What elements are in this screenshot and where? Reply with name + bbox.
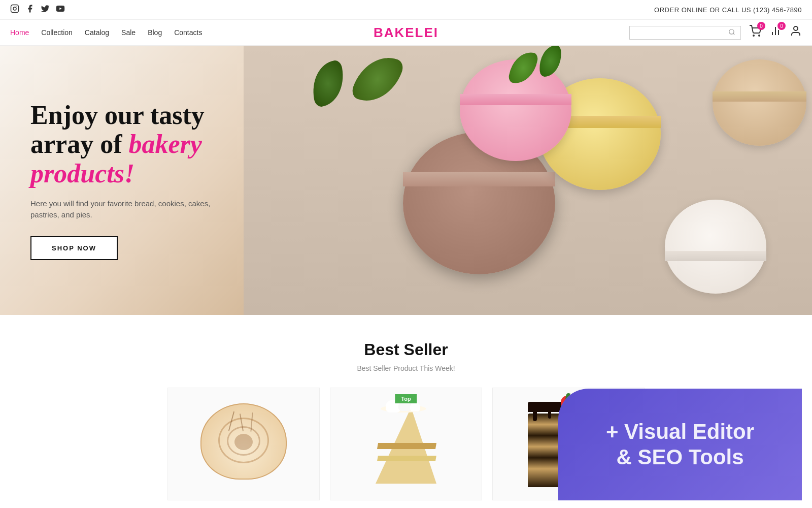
twitter-icon[interactable] [41, 4, 50, 15]
cart-badge: 0 [757, 22, 765, 30]
hero-title-line1: Enjoy our tasty [30, 101, 223, 130]
promo-banner: + Visual Editor & SEO Tools [558, 389, 802, 500]
nav-home[interactable]: Home [10, 28, 29, 37]
top-bar: ORDER ONLINE OR CALL US (123) 456-7890 [0, 0, 812, 20]
hero-background [244, 46, 812, 315]
svg-point-11 [794, 26, 798, 30]
promo-line2: & SEO Tools [606, 444, 754, 470]
nav-right: 0 0 [629, 25, 802, 40]
product-card-2[interactable]: Top [330, 388, 482, 500]
promo-text: + Visual Editor & SEO Tools [596, 409, 764, 481]
site-logo: BAKELEI [374, 25, 438, 41]
hero-title-line2: array of bakery [30, 130, 223, 158]
search-box[interactable] [629, 26, 741, 40]
shop-now-button[interactable]: SHOP NOW [30, 236, 118, 260]
product-card-1[interactable] [167, 388, 320, 500]
nav-sale[interactable]: Sale [121, 28, 136, 37]
svg-point-6 [753, 35, 754, 36]
svg-rect-0 [11, 5, 19, 13]
hero-content: Enjoy our tasty array of bakery products… [0, 80, 254, 280]
svg-point-2 [16, 6, 17, 7]
svg-point-1 [13, 7, 16, 10]
svg-point-7 [759, 35, 760, 36]
compare-badge: 0 [777, 22, 786, 30]
product-image-2 [330, 388, 482, 500]
search-icon [728, 28, 735, 37]
compare-button[interactable]: 0 [769, 25, 782, 40]
bestseller-section: Best Seller Best Seller Product This Wee… [0, 315, 812, 508]
nav-bar: Home Collection Catalog Sale Blog Contac… [0, 20, 812, 46]
svg-line-5 [733, 33, 735, 35]
contact-info: ORDER ONLINE OR CALL US (123) 456-7890 [654, 6, 802, 14]
hero-subtitle: Here you will find your favorite bread, … [30, 198, 223, 221]
section-subtitle: Best Seller Product This Week! [10, 364, 802, 372]
youtube-icon[interactable] [56, 4, 65, 15]
logo-part1: BAKE [374, 25, 415, 40]
cart-button[interactable]: 0 [749, 25, 761, 40]
svg-point-4 [729, 29, 734, 34]
instagram-icon[interactable] [10, 4, 19, 15]
hero-title-pink1: bakery [128, 130, 201, 158]
section-title: Best Seller [10, 340, 802, 359]
nav-catalog[interactable]: Catalog [85, 28, 109, 37]
nav-links: Home Collection Catalog Sale Blog Contac… [10, 28, 202, 37]
social-icons [10, 4, 65, 15]
facebook-icon[interactable] [25, 4, 35, 15]
promo-line1: + Visual Editor [606, 419, 754, 444]
search-input[interactable] [635, 29, 728, 37]
nav-blog[interactable]: Blog [148, 28, 162, 37]
top-badge: Top [395, 394, 417, 403]
nav-collection[interactable]: Collection [41, 28, 72, 37]
hero-title-pink2: products! [30, 159, 223, 188]
logo-part2: LEI [415, 25, 438, 40]
products-grid: Top [10, 388, 802, 500]
hero-section: Enjoy our tasty array of bakery products… [0, 46, 812, 315]
product-image-1 [168, 388, 319, 500]
account-button[interactable] [790, 25, 802, 40]
nav-contacts[interactable]: Contacts [174, 28, 202, 37]
hero-title-array: array of [30, 130, 122, 158]
